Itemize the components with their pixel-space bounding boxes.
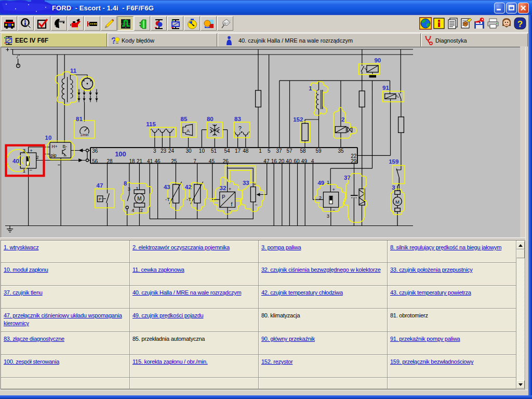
svg-text:-T: -T <box>165 196 170 202</box>
svg-text:29: 29 <box>351 158 357 164</box>
svg-text:+: + <box>229 186 232 192</box>
svg-text:+: + <box>254 181 257 187</box>
svg-text:83: 83 <box>234 116 241 122</box>
svg-text:B-: B- <box>63 144 68 149</box>
svg-text:2: 2 <box>319 195 322 201</box>
svg-text:2: 2 <box>341 116 344 123</box>
svg-text:4: 4 <box>311 158 314 164</box>
svg-text:3: 3 <box>327 213 329 219</box>
svg-text:1: 1 <box>259 148 262 154</box>
svg-text:7: 7 <box>193 158 196 164</box>
svg-text:26: 26 <box>223 158 229 164</box>
svg-text:40: 40 <box>286 158 292 164</box>
svg-text:81: 81 <box>76 116 83 122</box>
svg-text:3: 3 <box>128 186 130 192</box>
svg-text:H+: H+ <box>52 144 58 149</box>
svg-text:11: 11 <box>70 68 77 74</box>
svg-text:32: 32 <box>220 185 227 191</box>
svg-text:41: 41 <box>147 158 153 164</box>
svg-text:35: 35 <box>338 148 344 154</box>
svg-text:49: 49 <box>317 180 324 186</box>
svg-text:45: 45 <box>209 158 215 164</box>
svg-text:16: 16 <box>271 158 277 164</box>
svg-text:59: 59 <box>315 148 322 154</box>
svg-text:24: 24 <box>168 148 175 154</box>
svg-text:10: 10 <box>199 148 205 154</box>
svg-text:+: + <box>332 187 335 192</box>
svg-text:?: ? <box>517 19 523 29</box>
svg-text:1: 1 <box>309 85 312 91</box>
svg-text:51: 51 <box>211 148 217 154</box>
svg-text:4: 4 <box>131 207 134 213</box>
svg-text:47: 47 <box>97 182 103 189</box>
svg-text:1: 1 <box>136 185 138 191</box>
svg-text:48: 48 <box>243 148 249 154</box>
svg-text:+: + <box>30 148 33 153</box>
svg-text:47: 47 <box>263 158 270 164</box>
svg-text:17: 17 <box>235 148 241 154</box>
svg-text:37: 37 <box>344 175 351 181</box>
svg-text:85: 85 <box>181 116 188 122</box>
svg-text:8: 8 <box>124 180 127 187</box>
svg-text:152: 152 <box>293 116 303 123</box>
svg-text:28: 28 <box>107 158 113 164</box>
svg-text:25: 25 <box>171 158 177 164</box>
svg-text:3: 3 <box>392 184 395 191</box>
svg-text:f: f <box>231 202 233 207</box>
svg-text:159: 159 <box>389 158 398 165</box>
svg-text:33: 33 <box>243 180 249 186</box>
svg-text:56: 56 <box>92 158 98 164</box>
svg-text:1/min: 1/min <box>81 133 89 137</box>
svg-text:49: 49 <box>301 158 308 164</box>
svg-text:1: 1 <box>327 179 329 185</box>
svg-text:58: 58 <box>300 148 306 154</box>
svg-text:3: 3 <box>23 148 25 153</box>
svg-text:60: 60 <box>294 158 300 164</box>
svg-text:20: 20 <box>278 158 285 164</box>
svg-text:−: − <box>30 167 33 173</box>
svg-text:10: 10 <box>45 135 52 141</box>
svg-text:−: − <box>229 208 232 214</box>
svg-text:5: 5 <box>268 148 271 154</box>
svg-text:2: 2 <box>140 207 143 213</box>
svg-text:36: 36 <box>92 148 98 154</box>
svg-text:−: − <box>332 207 336 213</box>
svg-text:91: 91 <box>382 85 389 91</box>
svg-text:1: 1 <box>23 168 25 174</box>
svg-text:30: 30 <box>185 148 192 154</box>
svg-text:54: 54 <box>224 148 230 154</box>
svg-text:37: 37 <box>276 148 282 154</box>
svg-text:P: P <box>99 197 101 202</box>
svg-text:?: ? <box>238 125 242 131</box>
svg-text:23: 23 <box>161 148 167 154</box>
svg-text:100: 100 <box>115 150 126 158</box>
svg-text:M: M <box>137 196 141 202</box>
svg-text:−: − <box>255 202 258 208</box>
svg-text:21: 21 <box>137 158 143 164</box>
svg-text:pip: pip <box>51 153 57 158</box>
svg-text:90: 90 <box>374 57 381 63</box>
svg-text:3: 3 <box>153 148 156 154</box>
svg-text:46: 46 <box>154 158 161 164</box>
svg-text:M: M <box>395 199 400 205</box>
svg-text:18: 18 <box>129 158 135 164</box>
svg-text:43: 43 <box>164 184 170 190</box>
svg-text:A: A <box>187 128 190 134</box>
svg-text:2: 2 <box>36 154 38 160</box>
svg-text:40: 40 <box>12 158 19 164</box>
svg-text:115: 115 <box>146 121 156 127</box>
svg-text:-T: -T <box>187 196 191 202</box>
svg-text:P: P <box>222 194 225 200</box>
svg-text:42: 42 <box>185 184 192 190</box>
svg-text:80: 80 <box>207 116 214 122</box>
svg-text:57: 57 <box>286 148 292 154</box>
